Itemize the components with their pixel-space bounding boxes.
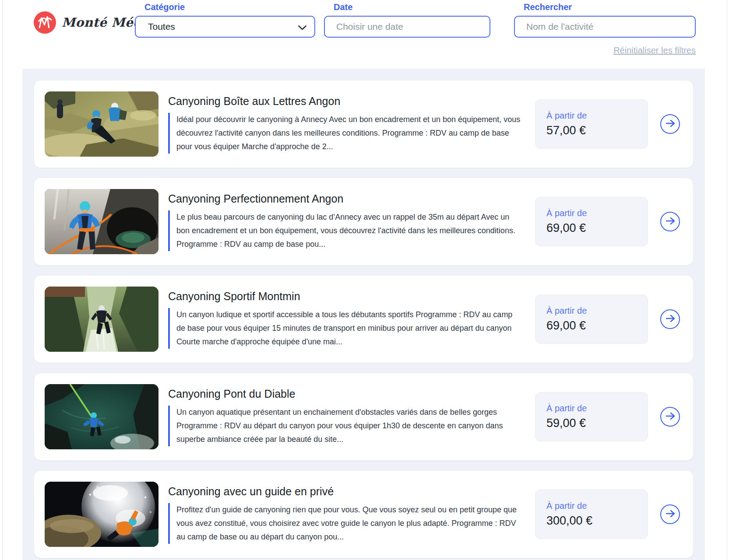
price-value: 57,00 € [546,123,639,138]
search-filter-group: Rechercher [514,2,696,38]
chevron-down-icon [298,22,306,32]
activity-photo [45,189,158,254]
header: Monté Médio Catégorie Toutes Date [22,0,705,69]
price-box: À partir de 69,00 € [535,294,648,344]
arrow-right-icon [666,119,675,129]
category-filter-group: Catégorie Toutes [135,2,315,38]
activity-title: Canyoning Pont du Diable [168,387,521,400]
price-prefix: À partir de [546,500,639,511]
price-box: À partir de 59,00 € [535,392,648,441]
activity-card[interactable]: Canyoning Sportif Montmin Un canyon ludi… [34,275,694,363]
activity-text: Canyoning avec un guide en privé Profite… [168,485,521,544]
activity-card[interactable]: Canyoning Pont du Diable Un canyon aquat… [34,373,694,461]
category-label: Catégorie [144,2,315,12]
activity-text: Canyoning Perfectionnement Angon Le plus… [168,192,521,251]
activity-photo [45,287,158,352]
activity-description: Idéal pour découvrir le canyoning à Anne… [168,113,521,154]
arrow-right-icon [666,412,675,421]
activity-text: Canyoning Boîte aux Lettres Angon Idéal … [168,94,521,154]
date-filter-group: Date [324,2,490,38]
arrow-right-icon [666,217,675,226]
activity-text: Canyoning Sportif Montmin Un canyon ludi… [168,290,521,349]
activity-photo [45,91,158,157]
price-value: 59,00 € [546,416,639,430]
page: Monté Médio Catégorie Toutes Date [22,0,705,560]
arrow-right-icon [666,510,675,519]
open-activity-button[interactable] [660,504,680,524]
activity-text: Canyoning Pont du Diable Un canyon aquat… [168,387,521,446]
date-label: Date [334,2,490,12]
activity-photo [45,482,158,547]
activity-title: Canyoning Perfectionnement Angon [168,192,521,205]
price-value: 69,00 € [546,221,639,235]
activity-card[interactable]: Canyoning Perfectionnement Angon Le plus… [34,178,694,266]
activity-card[interactable]: Canyoning avec un guide en privé Profite… [34,470,694,558]
search-input[interactable] [514,16,696,38]
activity-list: Canyoning Boîte aux Lettres Angon Idéal … [22,69,705,558]
activity-title: Canyoning Boîte aux Lettres Angon [168,94,521,108]
reset-filters-link[interactable]: Réinitialiser les filtres [613,46,696,56]
activity-title: Canyoning avec un guide en privé [168,485,521,498]
date-input[interactable] [324,16,490,38]
open-activity-button[interactable] [660,407,680,427]
category-selected-value: Toutes [148,21,175,32]
price-prefix: À partir de [546,110,639,121]
price-prefix: À partir de [546,305,639,316]
price-box: À partir de 300,00 € [535,490,648,539]
activity-title: Canyoning Sportif Montmin [168,290,521,303]
window-right-border [727,0,727,560]
window-left-border [2,0,3,560]
search-label: Rechercher [524,2,696,12]
arrow-right-icon [666,315,675,324]
activity-description: Un canyon aquatique présentant un enchai… [168,406,521,446]
price-value: 69,00 € [546,318,639,333]
open-activity-button[interactable] [660,212,680,231]
filter-bar: Catégorie Toutes Date Rechercher [135,2,696,38]
brand-logo-icon [34,11,56,34]
price-prefix: À partir de [546,208,639,219]
price-prefix: À partir de [546,403,639,414]
open-activity-button[interactable] [660,309,680,329]
activity-description: Profitez d'un guide de canyoning rien qu… [168,503,521,544]
activity-description: Un canyon ludique et sportif accessible … [168,308,521,349]
price-box: À partir de 69,00 € [535,197,648,246]
open-activity-button[interactable] [660,114,680,134]
activity-photo [45,384,158,449]
category-select[interactable]: Toutes [135,16,315,38]
activity-description: Le plus beau parcours de canyoning du la… [168,210,521,251]
price-value: 300,00 € [546,514,639,528]
price-box: À partir de 57,00 € [535,99,648,149]
activity-card[interactable]: Canyoning Boîte aux Lettres Angon Idéal … [34,80,694,168]
